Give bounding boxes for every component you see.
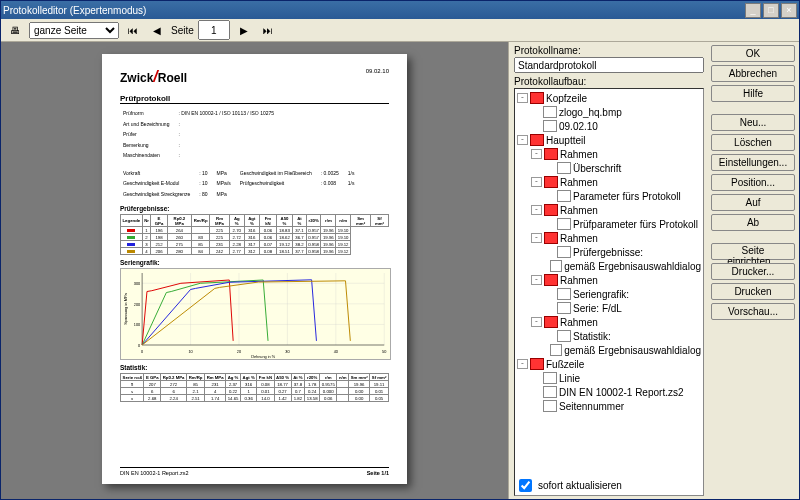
printer-button[interactable]: Drucker...	[711, 263, 795, 280]
frame-icon	[544, 148, 558, 160]
frame-icon	[544, 204, 558, 216]
svg-text:0: 0	[138, 343, 141, 348]
up-button[interactable]: Auf	[711, 194, 795, 211]
tree-node[interactable]: Serie: F/dL	[517, 301, 701, 315]
svg-text:100: 100	[134, 322, 141, 327]
frame-icon	[530, 358, 544, 370]
tree-node-label: Rahmen	[560, 177, 598, 188]
tree-node[interactable]: Parameter fürs Protokoll	[517, 189, 701, 203]
tree-node[interactable]: Linie	[517, 371, 701, 385]
tree-node[interactable]: Seriengrafik:	[517, 287, 701, 301]
help-button[interactable]: Hilfe	[711, 85, 795, 102]
ok-button[interactable]: OK	[711, 45, 795, 62]
tree-node[interactable]: -Kopfzeile	[517, 91, 701, 105]
tree-node[interactable]: Prüfergebnisse:	[517, 245, 701, 259]
item-icon	[543, 372, 557, 384]
protocol-name-label: Protokollname:	[514, 45, 704, 56]
frame-icon	[544, 176, 558, 188]
tree-node[interactable]: -Rahmen	[517, 231, 701, 245]
prev-page-icon[interactable]: ◀	[147, 20, 167, 40]
results-heading: Prüfergebnisse:	[120, 205, 389, 212]
tree-node-label: Rahmen	[560, 149, 598, 160]
structure-tree[interactable]: -Kopfzeilezlogo_hq.bmp09.02.10-Hauptteil…	[514, 88, 704, 496]
tree-node[interactable]: gemäß Ergebnisauswahldialog	[517, 259, 701, 273]
svg-text:0: 0	[141, 349, 144, 354]
tree-node[interactable]: zlogo_hq.bmp	[517, 105, 701, 119]
protocol-name-input[interactable]	[514, 57, 704, 73]
frame-icon	[530, 134, 544, 146]
tree-node-label: Rahmen	[560, 317, 598, 328]
tree-node-label: Überschrift	[573, 163, 621, 174]
tree-node[interactable]: Statistik:	[517, 329, 701, 343]
tree-node-label: Rahmen	[560, 205, 598, 216]
tree-node[interactable]: 09.02.10	[517, 119, 701, 133]
tree-node-label: Parameter fürs Protokoll	[573, 191, 681, 202]
brand-logo: Zwick/Roell	[120, 68, 389, 86]
tree-node[interactable]: Seitennummer	[517, 399, 701, 413]
delete-button[interactable]: Löschen	[711, 134, 795, 151]
tree-node-label: Seitennummer	[559, 401, 624, 412]
svg-text:10: 10	[188, 349, 193, 354]
window-title: Protokolleditor (Expertenmodus)	[3, 5, 146, 16]
preview-button[interactable]: Vorschau...	[711, 303, 795, 320]
page-setup-button[interactable]: Seite einrichten...	[711, 243, 795, 260]
svg-text:200: 200	[134, 302, 141, 307]
svg-text:30: 30	[285, 349, 290, 354]
tree-node[interactable]: -Fußzeile	[517, 357, 701, 371]
tree-node[interactable]: -Rahmen	[517, 147, 701, 161]
print-button[interactable]: Drucken	[711, 283, 795, 300]
minimize-button[interactable]: _	[745, 3, 761, 18]
tree-node[interactable]: Überschrift	[517, 161, 701, 175]
item-icon	[543, 120, 557, 132]
chart-heading: Seriengrafik:	[120, 259, 389, 266]
item-icon	[557, 288, 571, 300]
item-icon	[557, 218, 571, 230]
toolbar: 🖶 ganze Seite ⏮ ◀ Seite ▶ ⏭	[1, 19, 799, 42]
tree-node[interactable]: -Rahmen	[517, 315, 701, 329]
svg-text:Spannung in MPa: Spannung in MPa	[123, 292, 128, 325]
next-page-icon[interactable]: ▶	[234, 20, 254, 40]
close-button[interactable]: ×	[781, 3, 797, 18]
tree-node[interactable]: -Rahmen	[517, 273, 701, 287]
tree-node-label: gemäß Ergebnisauswahldialog	[564, 261, 701, 272]
svg-text:20: 20	[237, 349, 242, 354]
tree-node[interactable]: gemäß Ergebnisauswahldialog	[517, 343, 701, 357]
svg-text:300: 300	[134, 281, 141, 286]
tree-node[interactable]: -Hauptteil	[517, 133, 701, 147]
position-button[interactable]: Position...	[711, 174, 795, 191]
item-icon	[543, 400, 557, 412]
cancel-button[interactable]: Abbrechen	[711, 65, 795, 82]
tree-node-label: Rahmen	[560, 233, 598, 244]
settings-button[interactable]: Einstellungen...	[711, 154, 795, 171]
tree-node[interactable]: DIN EN 10002-1 Report.zs2	[517, 385, 701, 399]
maximize-button[interactable]: □	[763, 3, 779, 18]
preview-pane[interactable]: 09.02.10 Zwick/Roell Prüfprotokoll Prüfn…	[1, 42, 508, 499]
results-table: LegendeNrE GPaRp0.2 MPaRm/RpRm MPaAg %Ag…	[120, 214, 389, 255]
doc-date: 09.02.10	[366, 68, 389, 74]
tree-node[interactable]: -Rahmen	[517, 203, 701, 217]
tree-node[interactable]: Prüfparameter fürs Protokoll	[517, 217, 701, 231]
print-icon[interactable]: 🖶	[5, 20, 25, 40]
page-input[interactable]	[198, 20, 230, 40]
tree-node-label: Rahmen	[560, 275, 598, 286]
tree-node-label: Hauptteil	[546, 135, 585, 146]
last-page-icon[interactable]: ⏭	[258, 20, 278, 40]
item-icon	[557, 246, 571, 258]
tree-node-label: Statistik:	[573, 331, 611, 342]
new-button[interactable]: Neu...	[711, 114, 795, 131]
frame-icon	[544, 274, 558, 286]
item-icon	[557, 330, 571, 342]
first-page-icon[interactable]: ⏮	[123, 20, 143, 40]
down-button[interactable]: Ab	[711, 214, 795, 231]
zoom-select[interactable]: ganze Seite	[29, 22, 119, 39]
titlebar: Protokolleditor (Expertenmodus) _ □ ×	[1, 1, 799, 19]
tree-node-label: gemäß Ergebnisauswahldialog	[564, 345, 701, 356]
button-column: OK Abbrechen Hilfe Neu... Löschen Einste…	[707, 42, 799, 499]
footer-right: Seite 1/1	[367, 470, 389, 476]
tree-label: Protokollaufbau:	[514, 76, 704, 87]
tree-node-label: Kopfzeile	[546, 93, 587, 104]
auto-refresh-checkbox[interactable]: sofort aktualisieren	[515, 476, 622, 495]
tree-node[interactable]: -Rahmen	[517, 175, 701, 189]
tree-node-label: Serie: F/dL	[573, 303, 622, 314]
tree-node-label: Linie	[559, 373, 580, 384]
